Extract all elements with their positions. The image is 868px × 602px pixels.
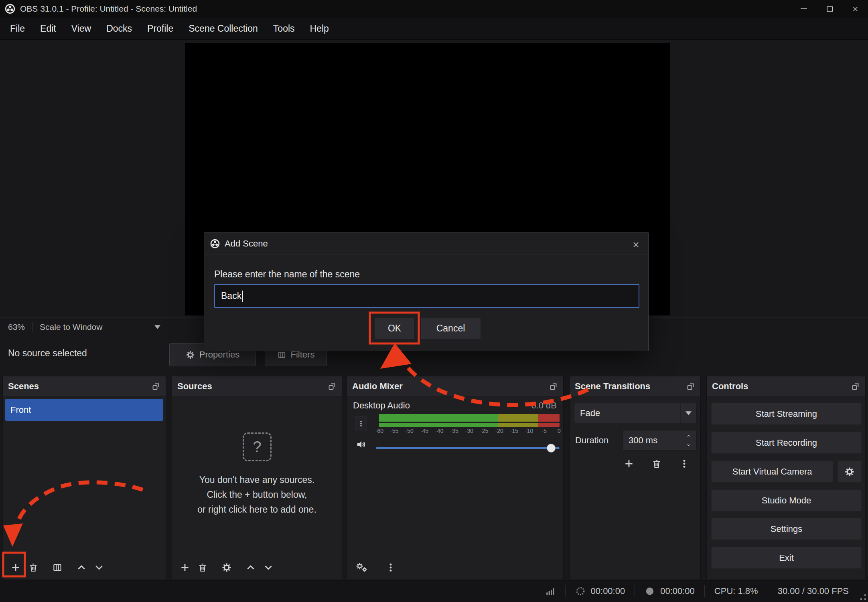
text-cursor bbox=[242, 291, 243, 302]
slider-handle[interactable] bbox=[547, 444, 556, 453]
chevron-up-icon bbox=[685, 434, 692, 438]
volume-slider[interactable] bbox=[376, 440, 560, 456]
cancel-button[interactable]: Cancel bbox=[420, 317, 481, 339]
move-scene-down-button[interactable] bbox=[90, 559, 108, 576]
menu-profile[interactable]: Profile bbox=[140, 18, 181, 40]
empty-line: Click the + button below, bbox=[172, 487, 342, 502]
mixer-panel-header: Audio Mixer bbox=[347, 376, 563, 396]
mute-toggle-icon[interactable] bbox=[356, 439, 366, 450]
menu-scene-collection[interactable]: Scene Collection bbox=[181, 18, 266, 40]
controls-panel-header: Controls bbox=[707, 376, 865, 396]
divider bbox=[32, 322, 32, 332]
mixer-menu-button[interactable] bbox=[382, 559, 400, 576]
scene-item-front[interactable]: Front bbox=[5, 399, 163, 421]
trash-icon bbox=[651, 459, 662, 469]
popout-icon[interactable] bbox=[328, 382, 337, 391]
divider bbox=[704, 585, 705, 597]
controls-panel-title: Controls bbox=[712, 381, 748, 392]
record-status-icon bbox=[645, 586, 655, 596]
scene-filters-button[interactable] bbox=[49, 559, 66, 576]
scale-mode-select[interactable]: Scale to Window bbox=[40, 322, 102, 332]
cpu-usage: CPU: 1.8% bbox=[714, 586, 758, 596]
start-recording-button[interactable]: Start Recording bbox=[711, 432, 862, 454]
transition-menu-button[interactable] bbox=[675, 455, 693, 473]
popout-icon[interactable] bbox=[549, 382, 558, 391]
menu-file[interactable]: File bbox=[2, 18, 32, 40]
sources-panel: Sources ? You don't have any sources. Cl… bbox=[172, 376, 342, 580]
chevron-down-icon bbox=[94, 562, 104, 573]
ok-button[interactable]: OK bbox=[375, 317, 414, 339]
scene-name-value: Back bbox=[221, 291, 241, 301]
scenes-toolbar bbox=[3, 555, 166, 580]
plus-icon bbox=[180, 562, 190, 573]
move-source-up-button[interactable] bbox=[242, 559, 260, 576]
add-source-button[interactable] bbox=[176, 559, 194, 576]
chevron-down-icon bbox=[685, 443, 692, 447]
duration-increment-button[interactable] bbox=[683, 431, 695, 440]
window-title: OBS 31.0.1 - Profile: Untitled - Scenes:… bbox=[20, 4, 197, 14]
remove-source-button[interactable] bbox=[194, 559, 211, 576]
gears-icon bbox=[356, 562, 368, 573]
popout-icon[interactable] bbox=[152, 382, 160, 391]
minimize-button[interactable] bbox=[791, 0, 817, 18]
channel-menu-button[interactable] bbox=[355, 416, 367, 431]
transitions-panel-title: Scene Transitions bbox=[575, 381, 650, 392]
add-scene-button[interactable] bbox=[7, 559, 24, 576]
menu-edit[interactable]: Edit bbox=[32, 18, 64, 40]
close-button[interactable] bbox=[842, 0, 868, 18]
combo-dropdown[interactable] bbox=[680, 403, 696, 423]
menubar: File Edit View Docks Profile Scene Colle… bbox=[0, 18, 868, 40]
divider bbox=[347, 464, 563, 464]
menu-help[interactable]: Help bbox=[302, 18, 337, 40]
empty-sources-message: You don't have any sources. Click the + … bbox=[172, 473, 342, 517]
obs-logo-icon bbox=[210, 239, 220, 248]
add-transition-button[interactable] bbox=[620, 455, 638, 473]
popout-icon[interactable] bbox=[686, 382, 695, 391]
menu-tools[interactable]: Tools bbox=[266, 18, 302, 40]
move-source-down-button[interactable] bbox=[260, 559, 277, 576]
exit-button[interactable]: Exit bbox=[711, 547, 862, 569]
duration-decrement-button[interactable] bbox=[683, 440, 695, 449]
menu-docks[interactable]: Docks bbox=[99, 18, 140, 40]
transition-value: Fade bbox=[580, 408, 600, 418]
dialog-close-button[interactable] bbox=[630, 238, 642, 250]
remove-transition-button[interactable] bbox=[648, 455, 665, 473]
channel-name: Desktop Audio bbox=[353, 400, 410, 411]
advanced-audio-button[interactable] bbox=[353, 559, 371, 576]
move-scene-up-button[interactable] bbox=[73, 559, 90, 576]
sources-panel-title: Sources bbox=[177, 381, 212, 392]
dialog-title: Add Scene bbox=[225, 238, 268, 249]
filter-icon bbox=[277, 350, 286, 360]
stream-timecode: 00:00:00 bbox=[591, 586, 625, 596]
filter-icon bbox=[52, 562, 63, 573]
scale-mode-dropdown[interactable] bbox=[154, 325, 160, 329]
duration-spinbox[interactable]: 300 ms bbox=[623, 430, 697, 450]
chevron-down-icon bbox=[154, 325, 160, 329]
scenes-panel-header: Scenes bbox=[3, 376, 166, 396]
maximize-button[interactable] bbox=[817, 0, 842, 18]
menu-view[interactable]: View bbox=[64, 18, 99, 40]
dialog-prompt: Please enter the name of the scene bbox=[214, 269, 360, 280]
no-source-label: No source selected bbox=[8, 348, 87, 359]
resize-grip[interactable] bbox=[860, 594, 866, 600]
kebab-icon bbox=[679, 459, 690, 469]
remove-scene-button[interactable] bbox=[24, 559, 42, 576]
start-virtual-camera-button[interactable]: Start Virtual Camera bbox=[711, 461, 833, 483]
divider bbox=[768, 585, 768, 597]
transition-select[interactable]: Fade bbox=[574, 403, 697, 423]
scene-name-input[interactable]: Back bbox=[214, 284, 639, 308]
close-icon bbox=[632, 241, 640, 248]
stream-time-group: 00:00:00 bbox=[575, 586, 625, 596]
source-properties-button[interactable] bbox=[218, 559, 235, 576]
settings-button[interactable]: Settings bbox=[711, 518, 862, 540]
slider-track[interactable] bbox=[376, 447, 560, 449]
obs-window: OBS 31.0.1 - Profile: Untitled - Scenes:… bbox=[0, 0, 868, 602]
virtual-camera-settings-button[interactable] bbox=[838, 461, 862, 483]
scene-item-label: Front bbox=[10, 405, 31, 415]
transitions-toolbar bbox=[620, 455, 693, 473]
chevron-down-icon bbox=[263, 562, 274, 573]
studio-mode-button[interactable]: Studio Mode bbox=[711, 489, 862, 511]
volume-meter bbox=[379, 414, 560, 427]
start-streaming-button[interactable]: Start Streaming bbox=[711, 403, 862, 425]
popout-icon[interactable] bbox=[851, 382, 860, 391]
